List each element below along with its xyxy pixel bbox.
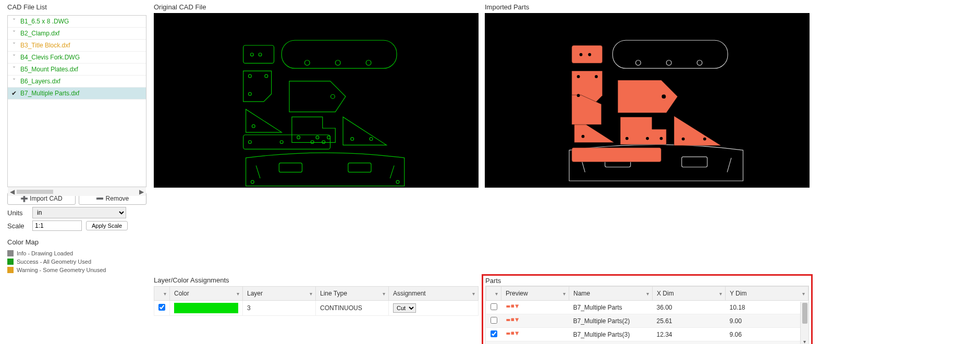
svg-rect-50 xyxy=(506,333,510,335)
parts-header-preview[interactable]: Preview▾ xyxy=(501,287,569,301)
file-name: B7_Multiple Parts.dxf xyxy=(20,90,79,97)
parts-header-xdim[interactable]: X Dim▾ xyxy=(653,287,726,301)
parts-header-ydim[interactable]: Y Dim▾ xyxy=(726,287,808,301)
parts-row-checkbox[interactable] xyxy=(491,317,497,324)
svg-point-29 xyxy=(697,60,702,65)
layer-table: ▾ Color▾ Layer▾ Line Type▾ Assignment▾ 3… xyxy=(154,286,479,316)
units-select[interactable]: in xyxy=(32,207,126,218)
chevron-down-icon: ▾ xyxy=(164,291,166,297)
file-item[interactable]: ˅B3_Title Block.dxf xyxy=(8,40,146,52)
plus-icon: ➕ xyxy=(20,195,28,202)
layer-row[interactable]: 3 CONTINUOUS Cut xyxy=(154,301,479,316)
svg-point-16 xyxy=(252,125,255,128)
parts-row-xdim: 25.61 xyxy=(653,314,726,328)
chevron-left-icon[interactable]: ◀ xyxy=(10,188,15,195)
layer-row-checkbox[interactable] xyxy=(158,304,165,311)
color-swatch-icon xyxy=(7,250,14,256)
minus-icon: ➖ xyxy=(96,195,104,202)
chevron-down-icon: ▾ xyxy=(802,291,805,297)
svg-point-27 xyxy=(635,60,641,65)
parts-row[interactable]: B7_Multiple Parts(3)12.349.06 xyxy=(486,328,808,341)
check-icon: ˅ xyxy=(11,66,17,72)
file-item[interactable]: ˅B1_6.5 x 8 .DWG xyxy=(8,16,146,28)
parts-title: Parts xyxy=(485,277,809,285)
svg-point-13 xyxy=(280,141,283,144)
file-name: B5_Mount Plates.dxf xyxy=(20,66,78,73)
units-label: Units xyxy=(7,209,28,217)
svg-rect-31 xyxy=(682,157,707,167)
chevron-right-icon[interactable]: ▶ xyxy=(139,188,144,195)
file-list-scrollbar[interactable]: ◀ ▶ xyxy=(8,187,146,196)
svg-point-43 xyxy=(660,137,663,140)
file-item[interactable]: ✔B7_Multiple Parts.dxf xyxy=(8,88,146,100)
file-name: B6_Layers.dxf xyxy=(20,78,60,85)
file-name: B1_6.5 x 8 .DWG xyxy=(20,18,69,25)
file-name: B4_Clevis Fork.DWG xyxy=(20,54,80,61)
layer-header-linetype[interactable]: Line Type▾ xyxy=(316,287,389,301)
parts-header-check[interactable]: ▾ xyxy=(486,287,501,301)
check-icon: ˅ xyxy=(11,18,17,24)
chevron-down-icon: ▾ xyxy=(310,291,312,297)
svg-point-42 xyxy=(646,137,649,140)
layer-header-layer[interactable]: Layer▾ xyxy=(243,287,316,301)
parts-row[interactable]: B7_Multiple Parts(2)25.619.00 xyxy=(486,314,808,328)
layer-header-color[interactable]: Color▾ xyxy=(170,287,243,301)
cad-file-list-title: CAD File List xyxy=(7,2,146,13)
svg-point-1 xyxy=(250,53,253,56)
svg-rect-49 xyxy=(511,318,514,322)
file-item[interactable]: ˅B2_Clamp.dxf xyxy=(8,28,146,40)
file-item[interactable]: ˅B5_Mount Plates.dxf xyxy=(8,64,146,76)
svg-point-6 xyxy=(366,60,371,65)
parts-vertical-scrollbar[interactable]: ▾ xyxy=(800,302,808,344)
svg-rect-32 xyxy=(572,45,603,63)
svg-rect-51 xyxy=(511,332,514,335)
remove-label: Remove xyxy=(106,195,129,202)
svg-point-8 xyxy=(265,75,268,78)
import-cad-label: Import CAD xyxy=(30,195,63,202)
svg-rect-11 xyxy=(243,135,330,149)
assignment-select[interactable]: Cut xyxy=(393,303,416,313)
svg-point-4 xyxy=(304,60,310,65)
layer-header-assignment[interactable]: Assignment▾ xyxy=(389,287,479,301)
svg-point-35 xyxy=(588,53,591,56)
parts-row-xdim: 11.60 xyxy=(653,341,726,345)
parts-row-preview xyxy=(501,341,569,345)
parts-row-checkbox[interactable] xyxy=(491,303,497,310)
check-icon: ˅ xyxy=(11,54,17,60)
check-icon: ˅ xyxy=(11,78,17,84)
apply-scale-button[interactable]: Apply Scale xyxy=(86,221,128,230)
color-swatch-icon xyxy=(7,267,14,273)
file-item[interactable]: ˅B4_Clevis Fork.DWG xyxy=(8,52,146,64)
chevron-down-icon: ▾ xyxy=(646,291,649,297)
parts-row-checkbox[interactable] xyxy=(491,330,497,337)
parts-row-name: B7_Multiple Parts(2) xyxy=(569,314,653,328)
layer-row-layer: 3 xyxy=(243,301,316,316)
parts-row-preview xyxy=(501,301,569,314)
chevron-down-icon: ▾ xyxy=(495,291,498,297)
svg-point-24 xyxy=(251,180,254,183)
file-name: B2_Clamp.dxf xyxy=(20,30,59,37)
parts-row-ydim: 9.00 xyxy=(726,314,808,328)
parts-row-name: B7_Multiple Parts(3) xyxy=(569,328,653,341)
file-item[interactable]: ˅B6_Layers.dxf xyxy=(8,76,146,88)
original-cad-canvas xyxy=(154,13,479,188)
svg-rect-23 xyxy=(348,163,371,173)
scrollbar-thumb[interactable] xyxy=(802,303,807,324)
chevron-down-icon[interactable]: ▾ xyxy=(803,339,806,344)
parts-row-name: B7_Multiple Parts xyxy=(569,301,653,314)
svg-point-45 xyxy=(703,138,706,141)
colormap-item: Info - Drawing Loaded xyxy=(7,250,146,256)
layer-header-check[interactable]: ▾ xyxy=(154,287,170,301)
parts-row-xdim: 36.00 xyxy=(653,301,726,314)
parts-row-ydim: 10.18 xyxy=(726,301,808,314)
scale-input[interactable] xyxy=(32,220,82,231)
parts-row[interactable]: B7_Multiple Parts(4)11.608.66 xyxy=(486,341,808,345)
layer-assignments-title: Layer/Color Assignments xyxy=(154,275,479,286)
check-icon: ˅ xyxy=(11,30,17,36)
parts-header-name[interactable]: Name▾ xyxy=(569,287,653,301)
colormap-label: Info - Drawing Loaded xyxy=(17,250,73,256)
svg-rect-33 xyxy=(572,148,662,162)
scrollbar-thumb[interactable] xyxy=(17,190,53,194)
parts-row[interactable]: B7_Multiple Parts36.0010.18 xyxy=(486,301,808,314)
svg-point-10 xyxy=(330,94,335,99)
